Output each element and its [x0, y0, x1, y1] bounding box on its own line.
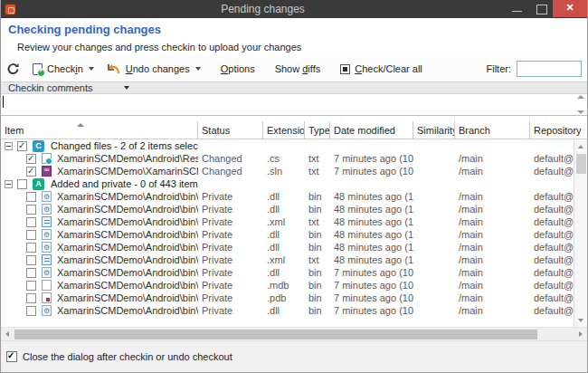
row-checkbox[interactable]	[26, 167, 36, 177]
extension-cell: .xml	[263, 254, 305, 265]
file-row[interactable]: XamarinSCMDemo\Android\bin\Debug...Priva…	[1, 190, 587, 203]
date-modified-cell: 7 minutes ago (10/24...	[330, 153, 413, 164]
group-label: Added and private - 0 of 443 items selec…	[51, 178, 198, 189]
date-modified-cell: 7 minutes ago (10/24...	[330, 305, 413, 316]
group-row[interactable]: AAdded and private - 0 of 443 items sele…	[1, 177, 587, 190]
table-body-wrap: CChanged files - 2 of 2 items selectedXa…	[1, 139, 587, 327]
comment-scrollbar[interactable]	[575, 95, 585, 114]
extension-cell: .cs	[263, 153, 305, 164]
type-cell: bin	[305, 191, 330, 202]
row-checkbox[interactable]	[26, 230, 36, 240]
column-header-item[interactable]: Item	[1, 121, 198, 139]
branch-cell: /main	[455, 166, 530, 177]
extension-cell: .sln	[263, 166, 305, 177]
scroll-up-icon[interactable]	[574, 139, 587, 153]
minimize-icon[interactable]	[506, 0, 529, 17]
vertical-scroll-thumb[interactable]	[576, 154, 586, 174]
type-cell: bin	[305, 292, 330, 303]
row-checkbox[interactable]	[26, 293, 36, 303]
sort-ascending-icon	[77, 123, 84, 127]
comment-input[interactable]	[1, 94, 587, 116]
extension-cell: .dll	[263, 204, 305, 215]
branch-cell: /main	[455, 267, 530, 278]
item-path: XamarinSCMDemo\Android\bin\Debug...	[57, 305, 198, 316]
mdb-file-icon	[42, 280, 52, 291]
type-cell: bin	[305, 305, 330, 316]
item-path: XamarinSCMDemo\Android\bin\Debug...	[57, 191, 198, 202]
horizontal-scrollbar[interactable]	[1, 327, 587, 340]
status-cell: Private	[198, 242, 263, 253]
row-checkbox[interactable]	[26, 243, 36, 253]
file-row[interactable]: XamarinSCMDemo\Android\bin\Debug...Priva…	[1, 241, 587, 253]
footer: Close the dialog after checkin or undo c…	[1, 340, 587, 372]
column-header-branch[interactable]: Branch	[455, 121, 530, 139]
undo-changes-button[interactable]: Undo changes	[94, 62, 201, 75]
scroll-right-icon[interactable]	[574, 328, 587, 340]
column-header-status[interactable]: Status	[198, 121, 263, 139]
type-cell: bin	[305, 204, 330, 215]
check-clear-all-button[interactable]: Check/Clear all	[320, 63, 422, 74]
file-row[interactable]: XamarinSCMDemo\Android\bin\Debug...Priva…	[1, 292, 587, 304]
collapse-expander-icon[interactable]	[5, 142, 13, 150]
checkin-button[interactable]: Checkin	[33, 63, 94, 75]
file-row[interactable]: XamarinSCMDemo\Android\bin\Debug...Priva…	[1, 304, 587, 317]
sln-file-icon	[42, 166, 52, 177]
column-header-type[interactable]: Type	[305, 121, 330, 139]
item-path: XamarinSCMDemo\Android\bin\Debug...	[57, 242, 198, 253]
maximize-icon[interactable]	[529, 0, 553, 17]
row-checkbox[interactable]	[26, 255, 36, 265]
row-checkbox[interactable]	[26, 306, 36, 316]
row-checkbox[interactable]	[26, 154, 36, 164]
checkin-comments-bar[interactable]: Checkin comments	[1, 81, 587, 94]
branch-cell: /main	[455, 254, 530, 265]
row-checkbox[interactable]	[26, 192, 36, 202]
horizontal-scroll-thumb[interactable]	[14, 330, 537, 340]
status-cell: Private	[198, 204, 263, 215]
close-icon[interactable]	[553, 0, 587, 17]
item-path: XamarinSCMDemo\XamarinSCMDemo.s...	[57, 166, 198, 177]
column-header-label: Item	[5, 125, 24, 136]
scroll-down-icon[interactable]	[574, 313, 587, 327]
collapse-expander-icon[interactable]	[5, 180, 13, 188]
type-cell: txt	[305, 153, 330, 164]
status-cell: Private	[198, 254, 263, 265]
row-checkbox[interactable]	[26, 205, 36, 215]
row-checkbox[interactable]	[17, 141, 27, 151]
file-row[interactable]: XamarinSCMDemo\Android\bin\Debug...Priva…	[1, 279, 587, 292]
file-row[interactable]: XamarinSCMDemo\Android\bin\Debug...Priva…	[1, 253, 587, 266]
checkin-label: Checkin	[47, 63, 83, 74]
row-checkbox[interactable]	[17, 179, 27, 189]
extension-cell: .pdb	[263, 292, 305, 303]
undo-arrow-icon	[107, 62, 121, 75]
item-path: XamarinSCMDemo\Android\bin\Debug...	[57, 229, 198, 240]
row-checkbox[interactable]	[26, 268, 36, 278]
file-row[interactable]: XamarinSCMDemo\Android\bin\Debug...Priva…	[1, 215, 587, 228]
status-cell: Private	[198, 267, 263, 278]
file-row[interactable]: XamarinSCMDemo\Android\bin\Debug...Priva…	[1, 266, 587, 279]
vertical-scrollbar[interactable]	[574, 139, 587, 327]
xml-file-icon	[42, 254, 52, 265]
row-checkbox[interactable]	[26, 217, 36, 227]
group-row[interactable]: CChanged files - 2 of 2 items selected	[1, 139, 587, 152]
file-row[interactable]: XamarinSCMDemo\Android\bin\Debug...Priva…	[1, 203, 587, 215]
column-header-date-modified[interactable]: Date modified	[330, 121, 413, 139]
file-row[interactable]: XamarinSCMDemo\Android\bin\Debug...Priva…	[1, 228, 587, 241]
undo-dropdown-icon[interactable]	[195, 67, 201, 71]
refresh-button[interactable]	[6, 62, 20, 76]
scroll-left-icon[interactable]	[1, 328, 14, 340]
row-checkbox[interactable]	[26, 281, 36, 291]
close-dialog-checkbox[interactable]	[6, 351, 17, 362]
show-diffs-button[interactable]: Show diffs	[275, 63, 321, 74]
column-header-extension[interactable]: Extension	[263, 121, 305, 139]
column-header-similarity[interactable]: Similarity	[413, 121, 455, 139]
scroll-up-icon[interactable]	[577, 95, 584, 99]
options-button[interactable]: Options	[221, 63, 255, 74]
file-row[interactable]: XamarinSCMDemo\XamarinSCMDemo.s...Change…	[1, 165, 587, 177]
column-header-repository[interactable]: Repository	[530, 121, 587, 139]
filter-input[interactable]	[517, 61, 582, 77]
file-row[interactable]: XamarinSCMDemo\Android\Resources\...Chan…	[1, 152, 587, 165]
comments-dropdown-icon[interactable]	[124, 86, 129, 90]
scroll-down-icon[interactable]	[577, 110, 584, 114]
text-caret	[3, 96, 4, 108]
branch-cell: /main	[455, 191, 530, 202]
